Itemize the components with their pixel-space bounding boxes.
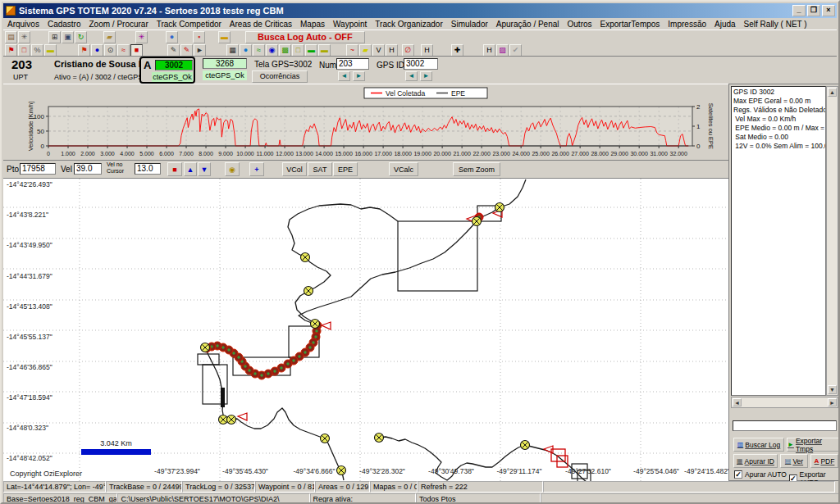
- apurar-auto-checkbox[interactable]: ✓ Apurar AUTO: [734, 470, 787, 479]
- maximize-button[interactable]: ❐: [807, 5, 820, 16]
- menu-item-waypoint[interactable]: Waypoint: [329, 19, 371, 30]
- refresh-button[interactable]: ↻: [75, 31, 87, 43]
- empty-square-button[interactable]: □: [18, 44, 30, 57]
- scroll-left-icon[interactable]: ◄: [733, 398, 742, 406]
- gps-secondary-box[interactable]: 3268 cteGPS_Ok: [203, 57, 247, 83]
- menu-item-exportartempos[interactable]: ExportarTempos: [596, 19, 664, 30]
- cursor-button[interactable]: ►: [194, 44, 206, 57]
- buscar-log-button[interactable]: ▥ Buscar Log: [733, 438, 784, 452]
- gpsid-prev-button[interactable]: ◄: [405, 71, 418, 81]
- menu-item-areas-de-criticas[interactable]: Areas de Criticas: [226, 19, 296, 30]
- grid-button[interactable]: ▦: [226, 44, 239, 57]
- close-button[interactable]: ×: [822, 5, 835, 16]
- scroll-right-icon[interactable]: ►: [828, 398, 837, 406]
- point-down-button[interactable]: ▼: [198, 162, 211, 176]
- num-prev-button[interactable]: ◄: [338, 71, 350, 81]
- points-button[interactable]: ▪: [193, 31, 205, 43]
- menu-item-apura-o-penal[interactable]: Apuração / Penal: [492, 19, 564, 30]
- sat-button[interactable]: SAT: [308, 162, 332, 176]
- stop-record-button[interactable]: ■: [167, 162, 182, 176]
- pen-red-button[interactable]: ✎: [180, 44, 193, 57]
- blue-dot-button[interactable]: ●: [91, 44, 103, 57]
- folder2-button[interactable]: ▬: [318, 44, 331, 57]
- printer-button[interactable]: ▣: [62, 31, 74, 43]
- menu-item-track-organizador[interactable]: Track Organizador: [371, 19, 446, 30]
- move-button[interactable]: ✚: [451, 44, 463, 57]
- letter-h3-button[interactable]: H: [483, 44, 495, 57]
- flag-red-button[interactable]: ⚑: [5, 44, 17, 57]
- red-line-button[interactable]: ~: [346, 44, 358, 57]
- gps-point-center: [298, 355, 300, 357]
- red-square-button[interactable]: ■: [130, 44, 143, 57]
- green-track-button[interactable]: ≈: [253, 44, 265, 57]
- point-up-button[interactable]: ▲: [184, 162, 197, 176]
- epe-button[interactable]: EPE: [333, 162, 358, 176]
- center-point-button[interactable]: ◉: [225, 162, 240, 176]
- flag2-button[interactable]: ⚑: [78, 44, 90, 57]
- ver-button[interactable]: ▤ Ver: [780, 454, 808, 468]
- open-file-button[interactable]: ▤: [5, 31, 17, 43]
- gps-info-box[interactable]: GPS ID 3002Max EPE Geral = 0.00 mRegs. V…: [731, 86, 826, 396]
- info-horizontal-scrollbar[interactable]: ◄ ►: [731, 397, 838, 408]
- vehicle-button[interactable]: ▰: [103, 31, 116, 43]
- menu-item-cadastro[interactable]: Cadastro: [43, 19, 85, 30]
- pto-input[interactable]: 17958: [20, 163, 56, 175]
- menu-item-outros[interactable]: Outros: [564, 19, 596, 30]
- menu-item-self-rally-net[interactable]: Self Rally ( NET ): [740, 19, 811, 30]
- minimize-button[interactable]: _: [792, 5, 806, 16]
- vel-cursor-input[interactable]: 13.0: [135, 163, 161, 175]
- purple-tool-button[interactable]: ▨: [496, 44, 509, 57]
- menu-item-arquivos[interactable]: Arquivos: [3, 19, 43, 30]
- menu-item-mapas[interactable]: Mapas: [296, 19, 329, 30]
- gps-primary-box[interactable]: A 3002 cteGPS_Ok: [139, 57, 195, 84]
- letter-h2-button[interactable]: H: [421, 44, 433, 57]
- image-button[interactable]: ▩: [279, 44, 291, 57]
- chart-control-row: Pto 17958 Vel 39.0 Vel no Cursor 13.0 ■ …: [3, 160, 728, 178]
- vel-input[interactable]: 39.0: [74, 163, 102, 175]
- menu-item-zoom-procurar[interactable]: Zoom / Procurar: [84, 19, 152, 30]
- apurar-id-button[interactable]: ▦ Apurar ID: [733, 454, 778, 468]
- sem-zoom-button[interactable]: Sem Zoom: [453, 162, 500, 176]
- minus-yellow-button[interactable]: ▬: [44, 44, 57, 57]
- num-input[interactable]: 203: [336, 58, 369, 70]
- map-area[interactable]: Copyright OziExplorer 3.042 Km-14°42'26.…: [3, 178, 728, 481]
- zoom-in-button[interactable]: +: [249, 162, 264, 176]
- info-vertical-scrollbar[interactable]: ▲ ▼: [826, 86, 838, 396]
- busca-log-auto-button[interactable]: Busca Log Auto - OFF: [245, 31, 365, 43]
- window-view-button[interactable]: ⊞: [48, 31, 61, 43]
- longitude-label: -49°37'23.994": [154, 467, 200, 475]
- check-grey-button[interactable]: ✔: [509, 44, 522, 57]
- exportar-tmps-button[interactable]: ► Exportar Tmps: [787, 438, 839, 452]
- menu-item-track-competidor[interactable]: Track Competidor: [153, 19, 226, 30]
- menu-item-impress-o[interactable]: Impressão: [664, 19, 710, 30]
- ocorrencias-button[interactable]: Ocorrências: [252, 70, 308, 83]
- percent-button[interactable]: %: [31, 44, 43, 57]
- selection-button[interactable]: □: [292, 44, 304, 57]
- vcalc-button[interactable]: VCalc: [389, 162, 418, 176]
- green-rect-button[interactable]: ▬: [305, 44, 317, 57]
- flower-button[interactable]: ✳: [135, 31, 148, 43]
- folder-button[interactable]: ▬: [218, 31, 231, 43]
- zoom-button[interactable]: ⊙: [104, 44, 116, 57]
- num-next-button[interactable]: ►: [353, 71, 365, 81]
- scroll-up-icon[interactable]: ▲: [828, 88, 837, 97]
- globe2-button[interactable]: ●: [240, 44, 252, 57]
- letter-h-button[interactable]: H: [386, 44, 398, 57]
- gpsid-next-button[interactable]: ►: [420, 71, 432, 81]
- pdf-button[interactable]: A PDF: [810, 454, 838, 468]
- map-canvas[interactable]: 3.042 Km-14°42'26.493"-14°43'8.221"-14°4…: [3, 179, 728, 482]
- highlight-button[interactable]: ▰: [359, 44, 372, 57]
- globe-button[interactable]: ●: [166, 31, 178, 43]
- track-points-button[interactable]: ≈: [117, 44, 130, 57]
- scroll-down-icon[interactable]: ▼: [828, 385, 837, 394]
- gpsid-input[interactable]: 3002: [404, 58, 438, 70]
- vcol-button[interactable]: VCol: [282, 162, 307, 176]
- gps-point-center: [237, 356, 240, 358]
- tools-button[interactable]: ✳: [18, 31, 30, 43]
- pen-button[interactable]: ✎: [167, 44, 180, 57]
- menu-item-simulador[interactable]: Simulador: [447, 19, 492, 30]
- letter-v-button[interactable]: V: [372, 44, 385, 57]
- no-entry-button[interactable]: ∅: [402, 44, 414, 57]
- menu-item-ajuda[interactable]: Ajuda: [710, 19, 740, 30]
- blue-point-button[interactable]: ◉: [266, 44, 278, 57]
